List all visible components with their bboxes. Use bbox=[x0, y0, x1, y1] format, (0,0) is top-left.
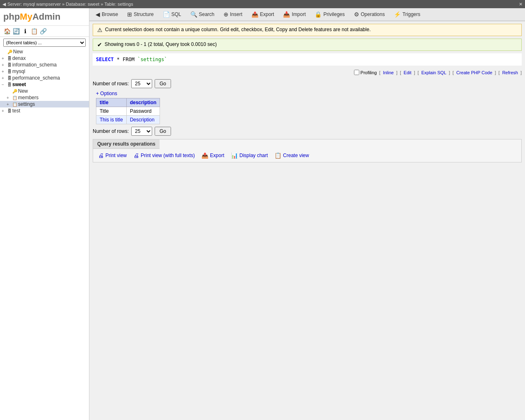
tab-label: Insert bbox=[230, 11, 242, 17]
home-icon[interactable]: 🏠 bbox=[3, 27, 11, 35]
content-area: ◀ Browse ⊞ Structure 📄 SQL 🔍 Search ⊕ In… bbox=[89, 8, 525, 420]
profiling-checkbox[interactable] bbox=[354, 70, 359, 75]
tab-search[interactable]: 🔍 Search bbox=[186, 8, 219, 21]
rows-go-button-bottom[interactable]: Go bbox=[155, 127, 171, 136]
create-php-code-link[interactable]: Create PHP Code bbox=[456, 70, 492, 75]
tab-triggers[interactable]: ⚡ Triggers bbox=[389, 8, 425, 21]
tab-insert[interactable]: ⊕ Insert bbox=[219, 8, 247, 21]
sidebar-item-test[interactable]: + 🗄 test bbox=[0, 107, 89, 114]
rows-go-button-top[interactable]: Go bbox=[155, 79, 171, 88]
tab-operations[interactable]: ⚙ Operations bbox=[349, 8, 390, 21]
options-link[interactable]: + Options bbox=[96, 91, 117, 96]
tab-label: Structure bbox=[134, 11, 154, 17]
tab-label: Privileges bbox=[323, 11, 345, 17]
search-icon: 🔍 bbox=[190, 11, 197, 18]
tab-structure[interactable]: ⊞ Structure bbox=[123, 8, 158, 21]
sidebar-item-new-root[interactable]: 🔑 New bbox=[0, 48, 89, 55]
operations-icon: ⚙ bbox=[354, 11, 359, 18]
sidebar-item-sweet[interactable]: − 🗄 sweet bbox=[0, 81, 89, 88]
rows-control-top: Number of rows: 25 50 100 250 500 Go bbox=[93, 79, 522, 88]
qr-operations-body: 🖨 Print view 🖨 Print view (with full tex… bbox=[93, 149, 521, 162]
privileges-icon: 🔒 bbox=[315, 11, 322, 18]
create-view-link[interactable]: 📋 Create view bbox=[274, 152, 309, 159]
qr-op-label: Create view bbox=[283, 153, 309, 158]
tree-container: 🔑 New + 🗄 denax + 🗄 information_schema +… bbox=[0, 48, 89, 114]
explain-sql-link[interactable]: Explain SQL bbox=[421, 70, 446, 75]
sidebar-item-denax[interactable]: + 🗄 denax bbox=[0, 55, 89, 62]
refresh-icon[interactable]: 🔄 bbox=[12, 27, 20, 35]
sidebar-item-settings[interactable]: + 📋 settings bbox=[0, 101, 89, 107]
expand-icon: + bbox=[2, 56, 7, 61]
print-view-full-link[interactable]: 🖨 Print view (with full texts) bbox=[133, 152, 195, 159]
tab-import[interactable]: 📥 Import bbox=[278, 8, 310, 21]
rows-select-bottom[interactable]: 25 50 100 250 500 bbox=[131, 127, 152, 136]
sidebar-item-members[interactable]: + 📋 members bbox=[0, 94, 89, 101]
back-icon[interactable]: ◀ bbox=[2, 2, 6, 7]
titlebar-path: ◀ Server: mysql wampserver » Database: s… bbox=[2, 2, 133, 7]
qr-op-label: Print view (with full texts) bbox=[141, 153, 195, 158]
sidebar-item-label: performance_schema bbox=[12, 75, 60, 81]
sql-icon: 📄 bbox=[163, 11, 170, 18]
refresh-link[interactable]: Refresh bbox=[502, 70, 518, 75]
qr-operations-title: Query results operations bbox=[93, 139, 160, 149]
warning-icon: ⚠ bbox=[97, 27, 103, 33]
import-icon: 📥 bbox=[283, 11, 290, 18]
browse-icon: ◀ bbox=[96, 11, 100, 18]
sidebar-item-mysql[interactable]: + 🗄 mysql bbox=[0, 68, 89, 75]
success-text: Showing rows 0 - 1 (2 total, Query took … bbox=[105, 41, 217, 47]
sidebar-item-information-schema[interactable]: + 🗄 information_schema bbox=[0, 62, 89, 68]
tab-label: SQL bbox=[171, 11, 181, 17]
tab-privileges[interactable]: 🔒 Privileges bbox=[310, 8, 349, 21]
print-icon: 🖨 bbox=[98, 152, 104, 159]
success-icon: ✔ bbox=[97, 41, 102, 48]
display-chart-link[interactable]: 📊 Display chart bbox=[231, 152, 268, 159]
logo: phpMyAdmin bbox=[0, 8, 89, 26]
expand-icon: + bbox=[7, 102, 11, 107]
recent-tables-dropdown[interactable]: (Recent tables) ... bbox=[3, 39, 86, 47]
sidebar-item-label: test bbox=[12, 108, 20, 114]
print-view-link[interactable]: 🖨 Print view bbox=[98, 152, 127, 159]
link-icon[interactable]: 🔗 bbox=[39, 27, 47, 35]
tab-label: Browse bbox=[102, 11, 118, 17]
rows-select-top[interactable]: 25 50 100 250 500 bbox=[131, 79, 152, 88]
sidebar-item-performance-schema[interactable]: + 🗄 performance_schema bbox=[0, 75, 89, 81]
inline-link[interactable]: Inline bbox=[383, 70, 394, 75]
tab-sql[interactable]: 📄 SQL bbox=[158, 8, 186, 21]
recent-tables-select[interactable]: (Recent tables) ... bbox=[3, 39, 86, 47]
tab-browse[interactable]: ◀ Browse bbox=[91, 8, 123, 21]
cell-title-2: This is title bbox=[96, 116, 127, 124]
info-icon[interactable]: ℹ bbox=[21, 27, 29, 35]
sidebar-item-new-sweet[interactable]: 🔑 New bbox=[0, 88, 89, 94]
options-section: + Options bbox=[93, 91, 522, 96]
breadcrumb: Server: mysql wampserver » Database: swe… bbox=[7, 2, 133, 7]
tab-label: Operations bbox=[361, 11, 385, 17]
logo-admin: Admin bbox=[32, 11, 60, 22]
sidebar-item-label: sweet bbox=[12, 82, 26, 87]
cell-title-1: Title bbox=[96, 107, 127, 116]
sidebar-item-label: New bbox=[13, 49, 23, 55]
sql-display: SELECT * FROM `settings` bbox=[93, 53, 522, 66]
query-results-operations: Query results operations 🖨 Print view 🖨 … bbox=[93, 139, 522, 162]
sidebar-item-label: information_schema bbox=[12, 62, 57, 68]
insert-icon: ⊕ bbox=[224, 11, 228, 18]
col-header-title[interactable]: title bbox=[96, 98, 127, 107]
sidebar-item-label: settings bbox=[18, 101, 35, 107]
print-full-icon: 🖨 bbox=[133, 152, 139, 159]
titlebar-close[interactable]: ✕ bbox=[519, 2, 523, 7]
rows-control-bottom: Number of rows: 25 50 100 250 500 Go bbox=[93, 127, 522, 136]
cell-description-1: Password bbox=[126, 107, 160, 116]
export-icon: 📤 bbox=[201, 152, 208, 159]
qr-op-label: Print view bbox=[105, 153, 127, 158]
qr-op-label: Display chart bbox=[240, 153, 268, 158]
edit-link[interactable]: Edit bbox=[404, 70, 411, 75]
table-row: Title Password bbox=[96, 107, 160, 116]
tab-label: Import bbox=[292, 11, 306, 17]
col-header-description[interactable]: description bbox=[126, 98, 160, 107]
export-link[interactable]: 📤 Export bbox=[201, 152, 224, 159]
sidebar-icon-bar: 🏠 🔄 ℹ 📋 🔗 bbox=[0, 26, 89, 37]
view-icon: 📋 bbox=[274, 152, 281, 159]
copy-icon[interactable]: 📋 bbox=[30, 27, 38, 35]
expand-icon: − bbox=[2, 82, 7, 87]
table-row: This is title Description bbox=[96, 116, 160, 124]
tab-export[interactable]: 📤 Export bbox=[247, 8, 279, 21]
